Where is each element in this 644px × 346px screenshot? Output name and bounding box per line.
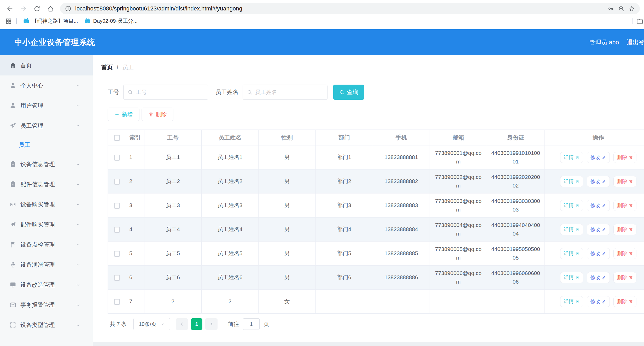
row-edit-button[interactable]: 修改 <box>587 152 610 163</box>
row-edit-button[interactable]: 修改 <box>587 224 610 235</box>
mail-icon <box>9 301 16 308</box>
row-detail-button[interactable]: 详情 <box>560 152 583 163</box>
toolbar: 新增 删除 <box>108 108 644 121</box>
back-button[interactable] <box>4 3 15 14</box>
name-label: 员工姓名 <box>215 88 238 96</box>
doc-icon <box>575 299 580 304</box>
row-detail-button[interactable]: 详情 <box>560 224 583 235</box>
next-page-button[interactable] <box>205 318 218 330</box>
doc-icon <box>575 227 580 232</box>
column-header-email: 邮箱 <box>430 130 487 145</box>
row-detail-button[interactable]: 详情 <box>560 272 583 283</box>
user-icon <box>9 82 16 89</box>
sidebar-item[interactable]: 设备购买管理 <box>0 194 93 214</box>
row-delete-button[interactable]: 删除 <box>613 200 636 211</box>
row-checkbox[interactable] <box>114 155 120 161</box>
row-checkbox[interactable] <box>114 227 120 233</box>
row-edit-button[interactable]: 修改 <box>587 176 610 187</box>
browser-toolbar: localhost:8080/springbootu6123/admin/dis… <box>0 0 644 17</box>
page-number-button[interactable]: 1 <box>191 318 202 330</box>
cell-phone: 13823888883 <box>373 193 430 218</box>
search-button[interactable]: 查询 <box>333 85 364 100</box>
browser-home-button[interactable] <box>45 3 56 14</box>
search-icon <box>247 89 253 95</box>
sidebar-item[interactable]: 设备改造管理 <box>0 275 93 295</box>
row-detail-button[interactable]: 详情 <box>560 176 583 187</box>
sidebar-item[interactable]: 员工管理 <box>0 116 93 136</box>
row-edit-button[interactable]: 修改 <box>587 248 610 259</box>
delete-button-label: 删除 <box>617 298 627 305</box>
row-delete-button[interactable]: 删除 <box>613 176 636 187</box>
row-edit-button[interactable]: 修改 <box>587 296 610 307</box>
apps-grid-icon[interactable] <box>4 18 13 25</box>
add-button[interactable]: 新增 <box>108 108 139 121</box>
logout-link[interactable]: 退出登录 <box>627 38 644 46</box>
row-checkbox-cell <box>108 266 126 290</box>
row-edit-button[interactable]: 修改 <box>587 200 610 211</box>
cell-dept <box>316 290 373 314</box>
sidebar-item[interactable]: 事务报警管理 <box>0 295 93 315</box>
edit-button-label: 修改 <box>590 202 600 209</box>
cell-job_no: 员工1 <box>144 145 202 169</box>
sidebar-item[interactable]: 配件信息管理 <box>0 174 93 194</box>
row-checkbox[interactable] <box>114 203 120 209</box>
url-text[interactable]: localhost:8080/springbootu6123/admin/dis… <box>75 5 604 12</box>
pagination: 共 7 条 10条/页 1 前往 页 <box>108 318 644 330</box>
row-delete-button[interactable]: 删除 <box>613 248 636 259</box>
reload-button[interactable] <box>31 3 42 14</box>
browser-home-icon <box>47 5 54 12</box>
page-unit-label: 页 <box>264 320 269 328</box>
cell-index: 7 <box>126 290 144 314</box>
column-header-actions: 操作 <box>545 130 644 145</box>
row-delete-button[interactable]: 删除 <box>613 224 636 235</box>
sidebar-item[interactable]: 个人中心 <box>0 75 93 96</box>
bookmark-item[interactable]: Day02-09-员工分... <box>81 17 141 25</box>
current-user[interactable]: 管理员 abo <box>589 38 619 46</box>
bookmark-item[interactable]: 【码神之路】项目... <box>20 17 81 25</box>
sidebar-item[interactable]: 设备类型管理 <box>0 315 93 335</box>
row-delete-button[interactable]: 删除 <box>613 296 636 307</box>
forward-button[interactable] <box>18 3 29 14</box>
sidebar-item[interactable]: 用户管理 <box>0 96 93 116</box>
delete-button[interactable]: 删除 <box>142 108 173 121</box>
sidebar-item-label: 设备类型管理 <box>20 321 75 329</box>
password-key-icon[interactable] <box>607 5 614 12</box>
row-checkbox[interactable] <box>114 299 120 305</box>
cell-gender: 女 <box>259 290 316 314</box>
table-row: 2员工2员工姓名2男部门213823888882773890002@qq.com… <box>108 169 644 193</box>
sidebar-item[interactable]: 设备润滑管理 <box>0 255 93 275</box>
sidebar-item[interactable]: 配件购买管理 <box>0 214 93 234</box>
doc-icon <box>575 251 580 256</box>
name-input[interactable] <box>255 89 323 95</box>
row-delete-button[interactable]: 删除 <box>613 272 636 283</box>
row-edit-button[interactable]: 修改 <box>587 272 610 283</box>
bookmark-star-icon[interactable] <box>628 5 635 12</box>
row-checkbox[interactable] <box>114 251 120 257</box>
sidebar-item[interactable]: 首页 <box>0 55 93 75</box>
row-detail-button[interactable]: 详情 <box>560 296 583 307</box>
row-detail-button[interactable]: 详情 <box>560 200 583 211</box>
job-no-input[interactable] <box>136 89 204 95</box>
row-checkbox[interactable] <box>114 179 120 185</box>
trash-icon <box>629 179 633 184</box>
site-info-icon[interactable] <box>65 5 72 12</box>
select-all-checkbox[interactable] <box>114 135 120 141</box>
row-checkbox[interactable] <box>114 275 120 281</box>
trash-icon <box>629 275 633 280</box>
sidebar-item[interactable]: 设备信息管理 <box>0 154 93 174</box>
sidebar-item[interactable]: 设备点检管理 <box>0 234 93 255</box>
goto-page-input[interactable] <box>243 318 260 330</box>
breadcrumb-home[interactable]: 首页 <box>101 63 113 71</box>
pagination-total: 共 7 条 <box>110 320 127 328</box>
prev-page-button[interactable] <box>176 318 188 330</box>
row-detail-button[interactable]: 详情 <box>560 248 583 259</box>
monitor-icon <box>9 281 16 288</box>
page-size-select[interactable]: 10条/页 <box>133 318 170 330</box>
address-bar[interactable]: localhost:8080/springbootu6123/admin/dis… <box>60 3 640 14</box>
folder-icon[interactable] <box>636 17 643 25</box>
sidebar-subitem[interactable]: 员工 <box>0 136 93 154</box>
row-checkbox-cell <box>108 193 126 218</box>
zoom-in-icon[interactable] <box>618 5 625 12</box>
job-no-label: 工号 <box>108 88 119 96</box>
row-delete-button[interactable]: 删除 <box>613 152 636 163</box>
